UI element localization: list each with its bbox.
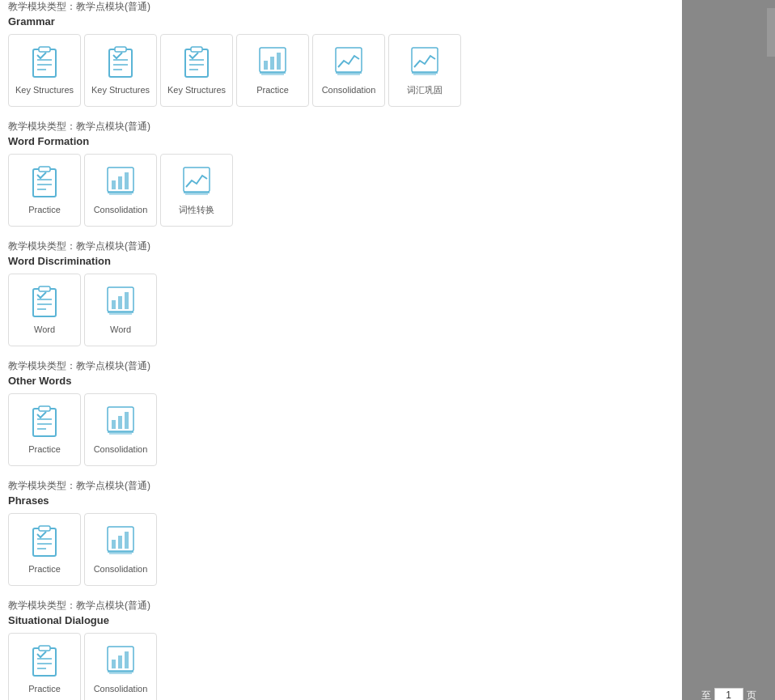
page-label: 页 [747, 689, 756, 701]
svg-rect-28 [39, 167, 50, 172]
svg-rect-48 [118, 296, 122, 309]
card-icon-2-1 [103, 284, 138, 320]
card-0-1[interactable]: Key Structures [84, 34, 157, 107]
card-label-0-4: Consolidation [322, 85, 376, 95]
section-2: 教学模块类型：教学点模块(普通)Word Discrimination Word… [8, 240, 674, 346]
card-label-5-0: Practice [28, 684, 61, 694]
right-panel: 至 页 [682, 0, 775, 700]
section-name-3: Other Words [8, 375, 674, 387]
card-icon-3-1 [103, 404, 138, 439]
card-label-2-1: Word [110, 325, 131, 335]
svg-rect-17 [270, 57, 274, 70]
card-icon-2-0 [27, 284, 62, 320]
section-3: 教学模块类型：教学点模块(普通)Other Words Practice Con… [8, 359, 674, 466]
svg-rect-58 [112, 420, 116, 429]
svg-rect-38 [184, 168, 210, 192]
cards-row-0: Key Structures Key Structures Key Struct… [8, 34, 674, 107]
card-5-0[interactable]: Practice [8, 633, 81, 700]
section-name-2: Word Discrimination [8, 255, 674, 267]
svg-rect-82 [125, 651, 129, 668]
section-type-0: 教学模块类型：教学点模块(普通) [8, 0, 674, 14]
card-0-2[interactable]: Key Structures [160, 34, 233, 107]
svg-rect-49 [125, 292, 129, 309]
section-type-1: 教学模块类型：教学点模块(普通) [8, 120, 674, 134]
card-1-0[interactable]: Practice [8, 154, 81, 227]
svg-rect-21 [336, 48, 362, 72]
svg-rect-69 [112, 540, 116, 549]
section-type-5: 教学模块类型：教学点模块(普通) [8, 599, 674, 613]
card-icon-1-0 [27, 164, 62, 200]
svg-rect-11 [191, 47, 202, 52]
svg-rect-18 [277, 53, 281, 70]
card-0-5[interactable]: 词汇巩固 [388, 34, 461, 107]
card-icon-4-1 [103, 524, 138, 559]
svg-rect-53 [39, 406, 50, 411]
section-name-5: Situational Dialogue [8, 614, 674, 626]
card-label-0-5: 词汇巩固 [407, 85, 443, 95]
svg-rect-6 [115, 47, 126, 52]
section-1: 教学模块类型：教学点模块(普通)Word Formation Practice … [8, 120, 674, 227]
card-icon-0-2 [179, 45, 214, 80]
card-label-4-0: Practice [28, 564, 61, 575]
card-5-1[interactable]: Consolidation [84, 633, 157, 700]
svg-rect-80 [112, 660, 116, 668]
cards-row-3: Practice Consolidation [8, 393, 674, 466]
cards-row-4: Practice Consolidation [8, 513, 674, 586]
scrollbar-thumb[interactable] [767, 8, 775, 57]
page-input[interactable] [714, 688, 743, 700]
card-label-0-0: Key Structures [15, 85, 74, 95]
card-icon-0-3 [255, 45, 290, 80]
card-3-0[interactable]: Practice [8, 393, 81, 466]
card-label-2-0: Word [34, 325, 55, 335]
svg-rect-33 [112, 180, 116, 189]
card-icon-0-5 [407, 45, 443, 80]
svg-rect-24 [412, 48, 438, 72]
card-icon-0-0 [27, 45, 62, 80]
cards-row-2: Word Word [8, 274, 674, 346]
main-content: 教学模块类型：教学点模块(普通)Grammar Key Structures K… [0, 0, 682, 700]
card-icon-0-1 [103, 45, 138, 80]
card-icon-3-0 [27, 404, 62, 439]
section-0: 教学模块类型：教学点模块(普通)Grammar Key Structures K… [8, 0, 674, 107]
card-3-1[interactable]: Consolidation [84, 393, 157, 466]
cards-row-5: Practice Consolidation [8, 633, 674, 700]
card-2-1[interactable]: Word [84, 274, 157, 346]
card-label-1-2: 词性转换 [179, 205, 214, 215]
svg-rect-75 [39, 646, 50, 651]
svg-rect-16 [264, 61, 268, 70]
card-0-0[interactable]: Key Structures [8, 34, 81, 107]
card-4-0[interactable]: Practice [8, 513, 81, 586]
section-5: 教学模块类型：教学点模块(普通)Situational Dialogue Pra… [8, 599, 674, 700]
card-label-5-1: Consolidation [94, 684, 148, 694]
svg-rect-81 [118, 655, 122, 668]
card-label-1-0: Practice [28, 205, 61, 215]
section-name-0: Grammar [8, 15, 674, 28]
card-0-3[interactable]: Practice [236, 34, 309, 107]
card-icon-5-0 [27, 643, 62, 679]
card-label-3-1: Consolidation [94, 444, 148, 455]
card-label-0-1: Key Structures [91, 85, 150, 95]
card-label-0-2: Key Structures [167, 85, 226, 95]
svg-rect-64 [39, 526, 50, 531]
card-2-0[interactable]: Word [8, 274, 81, 346]
cards-row-1: Practice Consolidation 词性转换 [8, 154, 674, 227]
card-4-1[interactable]: Consolidation [84, 513, 157, 586]
svg-rect-35 [125, 172, 129, 189]
section-name-1: Word Formation [8, 135, 674, 147]
card-label-1-1: Consolidation [94, 205, 148, 215]
svg-rect-60 [125, 412, 129, 429]
section-type-4: 教学模块类型：教学点模块(普通) [8, 479, 674, 493]
section-type-2: 教学模块类型：教学点模块(普通) [8, 240, 674, 253]
card-label-3-0: Practice [28, 444, 61, 455]
card-1-1[interactable]: Consolidation [84, 154, 157, 227]
section-name-4: Phrases [8, 494, 674, 507]
card-0-4[interactable]: Consolidation [312, 34, 385, 107]
svg-rect-47 [112, 300, 116, 309]
svg-rect-42 [39, 286, 50, 291]
card-icon-4-0 [27, 524, 62, 559]
card-icon-1-2 [179, 164, 214, 200]
section-4: 教学模块类型：教学点模块(普通)Phrases Practice Consoli… [8, 479, 674, 586]
card-1-2[interactable]: 词性转换 [160, 154, 233, 227]
card-icon-1-1 [103, 164, 138, 200]
svg-rect-1 [39, 47, 50, 52]
